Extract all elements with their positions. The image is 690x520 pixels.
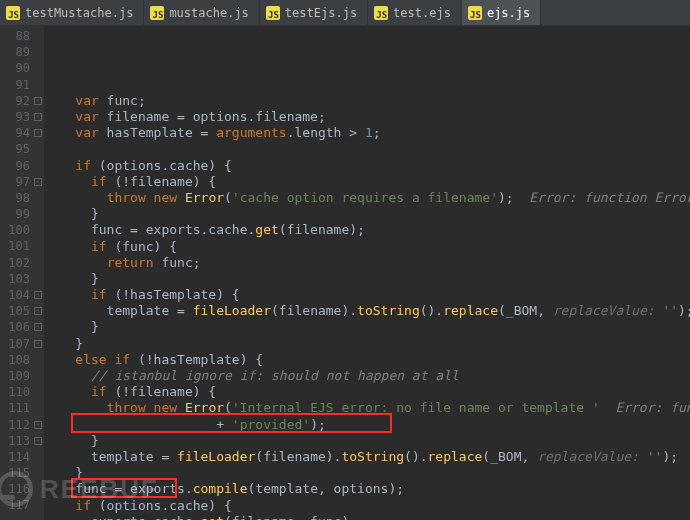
code-line[interactable]: throw new Error('Internal EJS error: no … xyxy=(44,400,690,416)
line-number: 108 xyxy=(0,352,44,368)
line-number: 91 xyxy=(0,77,44,93)
code-line[interactable]: if (options.cache) { xyxy=(44,498,690,514)
line-number: 103 xyxy=(0,271,44,287)
editor-tabbar: JStestMustache.jsJSmustache.jsJStestEjs.… xyxy=(0,0,690,26)
fold-toggle-icon[interactable]: - xyxy=(34,113,42,121)
code-line[interactable]: throw new Error('cache option requires a… xyxy=(44,190,690,206)
code-line[interactable]: if (!filename) { xyxy=(44,174,690,190)
code-line[interactable]: var func; xyxy=(44,93,690,109)
line-number: 94- xyxy=(0,125,44,141)
tab-test-ejs[interactable]: JStest.ejs xyxy=(368,0,462,25)
code-line[interactable]: var hasTemplate = arguments.length > 1; xyxy=(44,125,690,141)
line-number: 93- xyxy=(0,109,44,125)
fold-toggle-icon[interactable]: - xyxy=(34,437,42,445)
js-file-icon: JS xyxy=(374,6,388,20)
tab-label: test.ejs xyxy=(393,6,451,20)
code-line[interactable]: return func; xyxy=(44,255,690,271)
tab-testMustache-js[interactable]: JStestMustache.js xyxy=(0,0,144,25)
code-line[interactable]: // istanbul ignore if: should not happen… xyxy=(44,368,690,384)
line-number: 101 xyxy=(0,238,44,254)
code-line[interactable]: if (!hasTemplate) { xyxy=(44,287,690,303)
fold-toggle-icon[interactable]: - xyxy=(34,323,42,331)
code-line[interactable]: } xyxy=(44,206,690,222)
line-number: 111 xyxy=(0,400,44,416)
code-line[interactable]: if (options.cache) { xyxy=(44,158,690,174)
line-number: 115 xyxy=(0,465,44,481)
line-number: 116 xyxy=(0,481,44,497)
fold-toggle-icon[interactable]: - xyxy=(34,307,42,315)
fold-toggle-icon[interactable]: - xyxy=(34,178,42,186)
tab-testEjs-js[interactable]: JStestEjs.js xyxy=(260,0,368,25)
tab-label: ejs.js xyxy=(487,6,530,20)
code-content[interactable]: var func; var filename = options.filenam… xyxy=(44,26,690,520)
js-file-icon: JS xyxy=(150,6,164,20)
js-file-icon: JS xyxy=(266,6,280,20)
code-line[interactable]: else if (!hasTemplate) { xyxy=(44,352,690,368)
fold-toggle-icon[interactable]: - xyxy=(34,291,42,299)
code-line[interactable]: template = fileLoader(filename).toString… xyxy=(44,449,690,465)
code-line[interactable]: if (!filename) { xyxy=(44,384,690,400)
tab-label: mustache.js xyxy=(169,6,248,20)
js-file-icon: JS xyxy=(6,6,20,20)
tab-ejs-js[interactable]: JSejs.js xyxy=(462,0,541,25)
code-line[interactable]: } xyxy=(44,271,690,287)
line-number: 90 xyxy=(0,60,44,76)
code-line[interactable]: func = exports.compile(template, options… xyxy=(44,481,690,497)
code-line[interactable]: } xyxy=(44,433,690,449)
tab-mustache-js[interactable]: JSmustache.js xyxy=(144,0,259,25)
line-number: 100 xyxy=(0,222,44,238)
line-number: 117 xyxy=(0,497,44,513)
line-number: 92- xyxy=(0,93,44,109)
line-number: 96 xyxy=(0,158,44,174)
line-number: 95 xyxy=(0,141,44,157)
fold-toggle-icon[interactable]: - xyxy=(34,421,42,429)
line-number: 97- xyxy=(0,174,44,190)
code-line[interactable]: + 'provided'); xyxy=(44,417,690,433)
code-line[interactable]: if (func) { xyxy=(44,239,690,255)
fold-toggle-icon[interactable]: - xyxy=(34,129,42,137)
fold-toggle-icon[interactable]: - xyxy=(34,97,42,105)
code-line[interactable] xyxy=(44,141,690,157)
line-number: 106- xyxy=(0,319,44,335)
line-number: 110 xyxy=(0,384,44,400)
line-number: 99 xyxy=(0,206,44,222)
line-number-gutter: 8889909192-93-94-959697-9899100101102103… xyxy=(0,26,44,520)
line-number: 109 xyxy=(0,368,44,384)
line-number: 89 xyxy=(0,44,44,60)
code-line[interactable]: template = fileLoader(filename).toString… xyxy=(44,303,690,319)
line-number: 88 xyxy=(0,28,44,44)
tab-label: testEjs.js xyxy=(285,6,357,20)
editor-area: 8889909192-93-94-959697-9899100101102103… xyxy=(0,26,690,520)
line-number: 104- xyxy=(0,287,44,303)
line-number: 98 xyxy=(0,190,44,206)
code-line[interactable]: } xyxy=(44,336,690,352)
js-file-icon: JS xyxy=(468,6,482,20)
code-line[interactable]: var filename = options.filename; xyxy=(44,109,690,125)
code-line[interactable]: func = exports.cache.get(filename); xyxy=(44,222,690,238)
tab-label: testMustache.js xyxy=(25,6,133,20)
line-number: 114 xyxy=(0,449,44,465)
line-number: 102 xyxy=(0,255,44,271)
code-line[interactable]: } xyxy=(44,319,690,335)
line-number: 112- xyxy=(0,417,44,433)
code-line[interactable]: } xyxy=(44,465,690,481)
line-number: 113- xyxy=(0,433,44,449)
line-number: 107- xyxy=(0,336,44,352)
code-line[interactable]: exports.cache.set(filename, func); xyxy=(44,514,690,520)
fold-toggle-icon[interactable]: - xyxy=(34,340,42,348)
line-number: 105- xyxy=(0,303,44,319)
